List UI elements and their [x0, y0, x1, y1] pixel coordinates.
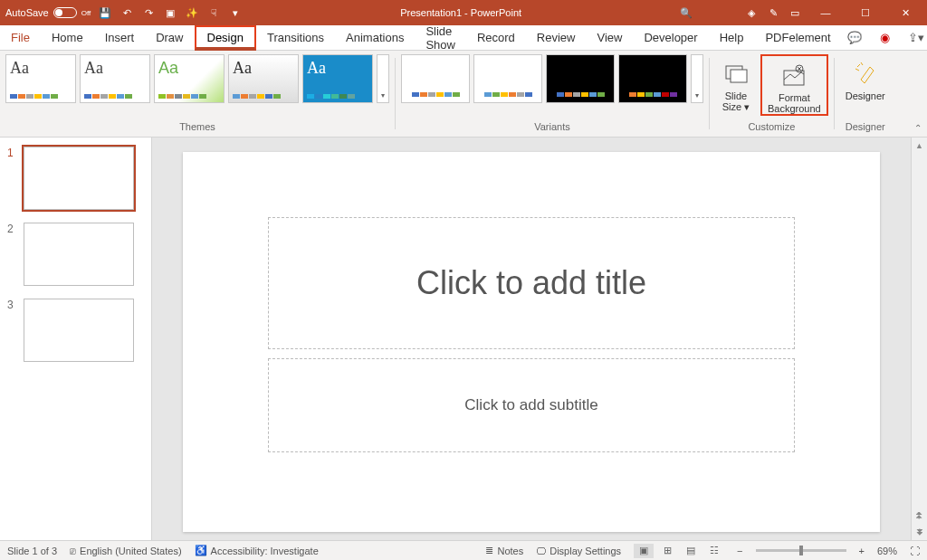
- prev-slide-icon[interactable]: ⯭: [912, 508, 927, 524]
- notes-button[interactable]: ≣Notes: [485, 545, 523, 556]
- tab-transitions[interactable]: Transitions: [256, 25, 335, 50]
- tab-pdfelement[interactable]: PDFelement: [754, 25, 841, 50]
- color-swatches-icon: [557, 92, 605, 97]
- thumbnail-icon: [24, 299, 134, 362]
- color-swatches-icon: [412, 92, 460, 97]
- collapse-ribbon-icon[interactable]: ⌃: [914, 123, 922, 133]
- workspace: 1 2 3 Click to add title Click to add su…: [0, 138, 927, 540]
- designer-group-label: Designer: [846, 120, 885, 135]
- color-swatches-icon: [307, 94, 368, 99]
- status-bar: Slide 1 of 3 ⎚English (United States) ♿A…: [0, 540, 927, 560]
- tab-review[interactable]: Review: [526, 25, 587, 50]
- language-button[interactable]: ⎚English (United States): [70, 546, 182, 556]
- share-icon[interactable]: ⇪▾: [903, 28, 927, 48]
- themes-group: Aa Aa Aa Aa Aa ▾ Themes: [0, 51, 395, 137]
- comments-icon[interactable]: 💬: [842, 28, 867, 48]
- tab-home[interactable]: Home: [41, 25, 94, 50]
- ribbon-tabs: File Home Insert Draw Design Transitions…: [0, 25, 927, 51]
- theme-facet[interactable]: Aa: [154, 54, 225, 103]
- redo-icon[interactable]: ↷: [141, 5, 156, 20]
- accessibility-button[interactable]: ♿Accessibility: Investigate: [195, 545, 319, 556]
- slider-handle-icon[interactable]: [799, 546, 803, 555]
- theme-gray[interactable]: Aa: [228, 54, 299, 103]
- customize-qat-icon[interactable]: ▾: [228, 5, 243, 20]
- coming-soon-icon[interactable]: ✎: [766, 5, 780, 20]
- format-background-button[interactable]: Format Background: [760, 54, 828, 116]
- slide-panel[interactable]: 1 2 3: [0, 138, 152, 540]
- thumbnail-icon: [24, 147, 134, 210]
- scroll-up-icon[interactable]: ▲: [912, 138, 927, 154]
- slide-size-icon: [723, 58, 749, 89]
- zoom-level[interactable]: 69%: [877, 546, 897, 556]
- slideshow-view-icon[interactable]: ☷: [704, 544, 724, 558]
- slide-thumbnail-1[interactable]: 1: [7, 147, 144, 210]
- notes-icon: ≣: [485, 545, 493, 556]
- color-swatches-icon: [629, 92, 677, 97]
- window-options-icon[interactable]: ▭: [788, 5, 802, 20]
- tab-developer[interactable]: Developer: [633, 25, 708, 50]
- format-background-icon: [781, 60, 807, 90]
- themes-more-icon[interactable]: ▾: [377, 54, 389, 103]
- tab-design[interactable]: Design: [195, 25, 256, 51]
- thumbnail-icon: [24, 223, 134, 286]
- normal-view-icon[interactable]: ▣: [634, 544, 654, 558]
- customize-group: Slide Size ▾ Format Background Customize: [710, 51, 834, 137]
- tab-help[interactable]: Help: [709, 25, 755, 50]
- title-placeholder[interactable]: Click to add title: [268, 217, 795, 349]
- autosave-state: Off: [81, 9, 91, 17]
- tab-file[interactable]: File: [0, 25, 41, 50]
- variant-3[interactable]: [546, 54, 615, 103]
- vertical-scrollbar[interactable]: ▲ ⯭ ⯯: [911, 138, 927, 540]
- reading-view-icon[interactable]: ▤: [681, 544, 701, 558]
- designer-button[interactable]: Designer: [840, 54, 891, 101]
- autosave-toggle[interactable]: AutoSave Off: [5, 7, 91, 18]
- maximize-button[interactable]: ☐: [849, 0, 882, 25]
- sorter-view-icon[interactable]: ⊞: [657, 544, 677, 558]
- save-icon[interactable]: 💾: [98, 5, 112, 20]
- theme-integral[interactable]: Aa: [302, 54, 373, 103]
- search-icon[interactable]: 🔍: [679, 5, 693, 20]
- accessibility-icon: ♿: [195, 545, 207, 556]
- tab-record[interactable]: Record: [466, 25, 526, 50]
- quick-access-icon[interactable]: ✨: [185, 5, 199, 20]
- premium-icon[interactable]: ◈: [744, 5, 759, 20]
- display-icon: 🖵: [536, 546, 546, 556]
- theme-alt1[interactable]: Aa: [80, 54, 150, 103]
- slide-counter[interactable]: Slide 1 of 3: [7, 546, 57, 556]
- minimize-button[interactable]: —: [809, 0, 842, 25]
- zoom-in-button[interactable]: +: [859, 546, 865, 556]
- tab-draw[interactable]: Draw: [145, 25, 194, 50]
- variant-4[interactable]: [618, 54, 687, 103]
- toggle-off-icon: [53, 7, 77, 18]
- variant-1[interactable]: [401, 54, 470, 103]
- record-icon[interactable]: ◉: [873, 28, 898, 48]
- zoom-slider[interactable]: [756, 549, 846, 552]
- designer-group: Designer Designer: [835, 51, 896, 137]
- language-icon: ⎚: [70, 546, 76, 556]
- themes-group-label: Themes: [179, 120, 215, 135]
- tab-animations[interactable]: Animations: [335, 25, 415, 50]
- tab-view[interactable]: View: [586, 25, 633, 50]
- variants-more-icon[interactable]: ▾: [691, 54, 703, 103]
- subtitle-placeholder[interactable]: Click to add subtitle: [268, 358, 795, 452]
- display-settings-button[interactable]: 🖵Display Settings: [536, 546, 621, 556]
- touch-mode-icon[interactable]: ☟: [206, 5, 221, 20]
- close-button[interactable]: ✕: [889, 0, 922, 25]
- next-slide-icon[interactable]: ⯯: [912, 524, 927, 540]
- slide-thumbnail-2[interactable]: 2: [7, 223, 144, 286]
- fit-to-window-icon[interactable]: ⛶: [910, 546, 920, 556]
- color-swatches-icon: [84, 94, 146, 99]
- title-bar: AutoSave Off 💾 ↶ ↷ ▣ ✨ ☟ ▾ Presentation1…: [0, 0, 927, 25]
- slide-canvas[interactable]: Click to add title Click to add subtitle: [183, 152, 880, 532]
- zoom-out-button[interactable]: −: [737, 546, 742, 556]
- tab-slideshow[interactable]: Slide Show: [415, 25, 466, 50]
- view-switcher: ▣ ⊞ ▤ ☷: [634, 544, 724, 558]
- slide-size-button[interactable]: Slide Size ▾: [715, 54, 757, 112]
- undo-icon[interactable]: ↶: [119, 5, 134, 20]
- customize-group-label: Customize: [748, 120, 795, 135]
- theme-office[interactable]: Aa: [5, 54, 76, 103]
- tab-insert[interactable]: Insert: [94, 25, 146, 50]
- slide-thumbnail-3[interactable]: 3: [7, 299, 144, 362]
- from-beginning-icon[interactable]: ▣: [163, 5, 177, 20]
- variant-2[interactable]: [473, 54, 542, 103]
